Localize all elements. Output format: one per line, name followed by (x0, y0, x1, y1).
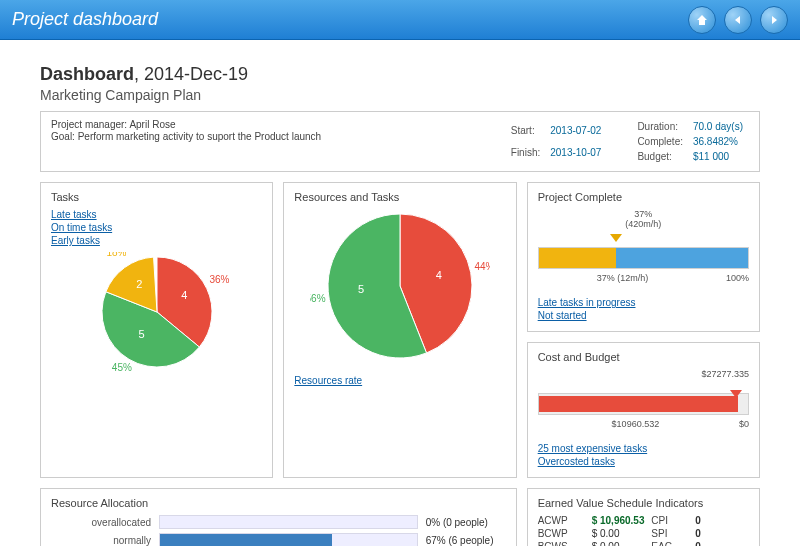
allocation-chart: overallocated 0% (0 people)normally 67% … (51, 515, 506, 546)
link-not-started[interactable]: Not started (538, 310, 749, 321)
forward-button[interactable] (760, 6, 788, 34)
ev-panel: Earned Value Schedule Indicators ACWP$ 1… (527, 488, 760, 546)
svg-text:2: 2 (136, 278, 142, 290)
alloc-bar (159, 515, 418, 529)
grid: Tasks Late tasks On time tasks Early tas… (40, 182, 760, 546)
allocation-panel: Resource Allocation overallocated 0% (0 … (40, 488, 517, 546)
panel-title: Resources and Tasks (294, 191, 505, 203)
svg-text:5: 5 (358, 283, 364, 295)
svg-text:18%: 18% (106, 252, 126, 258)
panel-title: Tasks (51, 191, 262, 203)
meta-stats: Duration:70.0 day(s)Complete:36.8482%Bud… (631, 118, 749, 165)
complete-bar (538, 247, 749, 269)
titlebar: Project dashboard (0, 0, 800, 40)
panel-title: Earned Value Schedule Indicators (538, 497, 749, 509)
svg-text:44%: 44% (474, 261, 490, 272)
svg-text:45%: 45% (112, 362, 132, 372)
complete-panel: Project Complete 37% (420m/h) 37% (12m/h… (527, 182, 760, 332)
tasks-panel: Tasks Late tasks On time tasks Early tas… (40, 182, 273, 478)
app-title: Project dashboard (12, 9, 158, 30)
meta-right: Start:2013-07-02Finish:2013-10-07 Durati… (505, 118, 749, 165)
alloc-value: 0% (0 people) (426, 517, 506, 528)
svg-text:36%: 36% (209, 274, 229, 285)
link-ontime-tasks[interactable]: On time tasks (51, 222, 262, 233)
header: Dashboard, 2014-Dec-19 Marketing Campaig… (40, 64, 760, 103)
svg-text:56%: 56% (310, 293, 326, 304)
panel-title: Project Complete (538, 191, 749, 203)
link-late-tasks[interactable]: Late tasks (51, 209, 262, 220)
alloc-bar (159, 533, 418, 546)
svg-text:4: 4 (181, 289, 187, 301)
titlebar-buttons (688, 6, 788, 34)
svg-text:5: 5 (138, 328, 144, 340)
complete-labels: 37% (12m/h) 100% (538, 273, 749, 287)
link-overcosted-tasks[interactable]: Overcosted tasks (538, 456, 749, 467)
panel-title: Cost and Budget (538, 351, 749, 363)
complete-top-label: 37% (420m/h) (538, 209, 749, 229)
link-late-in-progress[interactable]: Late tasks in progress (538, 297, 749, 308)
page-subtitle: Marketing Campaign Plan (40, 87, 760, 103)
cost-panel: Cost and Budget $27277.335 $10960.532 $0… (527, 342, 760, 478)
meta-panel: Project manager: April Rose Goal: Perfor… (40, 111, 760, 172)
page-title: Dashboard, 2014-Dec-19 (40, 64, 760, 85)
alloc-value: 67% (6 people) (426, 535, 506, 546)
home-button[interactable] (688, 6, 716, 34)
cost-bar (538, 393, 749, 415)
back-button[interactable] (724, 6, 752, 34)
right-column: Project Complete 37% (420m/h) 37% (12m/h… (527, 182, 760, 478)
link-early-tasks[interactable]: Early tasks (51, 235, 262, 246)
alloc-label: normally (51, 535, 151, 546)
tasks-pie: 436%545%218% (77, 252, 237, 382)
panel-title: Resource Allocation (51, 497, 506, 509)
resources-pie: 444%556% (310, 209, 490, 369)
page: Dashboard, 2014-Dec-19 Marketing Campaig… (0, 40, 800, 546)
resources-panel: Resources and Tasks 444%556% Resources r… (283, 182, 516, 478)
link-resources-rate[interactable]: Resources rate (294, 375, 505, 386)
ev-table: ACWP$ 10,960.53 CPI0BCWP$ 0.00 SPI0BCWS$… (538, 515, 749, 546)
cost-labels: $10960.532 $0 (538, 419, 749, 433)
cost-top-right: $27277.335 (538, 369, 749, 379)
svg-text:4: 4 (436, 269, 442, 281)
link-expensive-tasks[interactable]: 25 most expensive tasks (538, 443, 749, 454)
meta-left: Project manager: April Rose Goal: Perfor… (51, 118, 321, 165)
alloc-label: overallocated (51, 517, 151, 528)
meta-dates: Start:2013-07-02Finish:2013-10-07 (505, 118, 608, 165)
